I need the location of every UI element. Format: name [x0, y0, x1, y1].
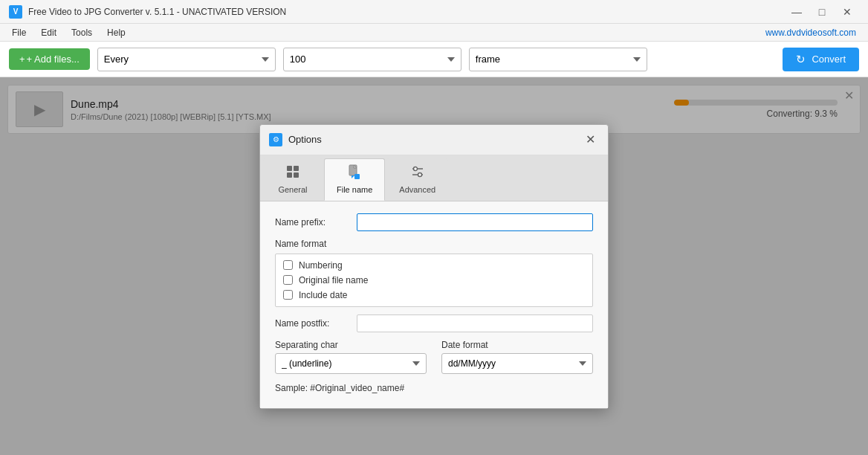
original-name-row: Original file name — [283, 275, 585, 285]
maximize-button[interactable]: □ — [810, 4, 834, 19]
options-dialog: ⚙ Options ✕ General — [259, 124, 609, 409]
name-prefix-input[interactable] — [357, 213, 593, 231]
sep-date-row: Separating char _ (underline) - (dash) .… — [275, 340, 593, 374]
dialog-app-icon: ⚙ — [269, 133, 282, 146]
svg-rect-0 — [287, 166, 292, 171]
frame-unit-select[interactable]: frame frames second minute — [469, 48, 647, 71]
dialog-content: Name prefix: Name format Numbering Origi… — [260, 201, 608, 408]
name-prefix-label: Name prefix: — [275, 217, 357, 228]
app-title: Free Video to JPG Converter v. 5.1.1 - U… — [28, 7, 286, 17]
frames-value-select[interactable]: 1 5 10 50 100 200 500 — [283, 48, 461, 71]
app-icon: V — [9, 5, 22, 19]
date-format-label: Date format — [441, 340, 593, 350]
name-postfix-row: Name postfix: — [275, 314, 593, 332]
svg-rect-1 — [294, 166, 299, 171]
name-format-label: Name format — [275, 239, 593, 249]
title-bar: V Free Video to JPG Converter v. 5.1.1 -… — [0, 0, 868, 24]
title-bar-controls: — □ ✕ — [785, 4, 859, 19]
menu-bar: File Edit Tools Help www.dvdvideosoft.co… — [0, 24, 868, 42]
minimize-button[interactable]: — — [785, 4, 809, 19]
svg-rect-5 — [354, 174, 360, 179]
general-tab-icon — [285, 164, 301, 184]
name-postfix-input[interactable] — [357, 314, 593, 332]
toolbar: + + Add files... Every Every 2nd Every 5… — [0, 42, 868, 77]
title-bar-left: V Free Video to JPG Converter v. 5.1.1 -… — [9, 5, 286, 19]
svg-rect-3 — [294, 172, 299, 178]
menu-file[interactable]: File — [6, 26, 32, 39]
include-date-checkbox[interactable] — [283, 290, 293, 300]
general-tab-label: General — [278, 185, 307, 194]
name-postfix-label: Name postfix: — [275, 318, 357, 329]
plus-icon: + — [19, 54, 25, 65]
original-name-checkbox[interactable] — [283, 275, 293, 285]
menu-help[interactable]: Help — [101, 26, 132, 39]
refresh-icon: ↻ — [796, 53, 806, 66]
dialog-title-bar: ⚙ Options ✕ — [260, 125, 608, 155]
dialog-tabs: General File name — [260, 155, 608, 201]
numbering-checkbox[interactable] — [283, 260, 293, 270]
dialog-title: Options — [288, 134, 322, 145]
advanced-tab-icon — [409, 164, 426, 184]
tab-general[interactable]: General — [263, 158, 323, 201]
svg-point-9 — [418, 172, 421, 176]
separating-char-label: Separating char — [275, 340, 427, 350]
dialog-close-button[interactable]: ✕ — [581, 131, 599, 149]
numbering-label: Numbering — [299, 260, 343, 271]
include-date-label: Include date — [299, 290, 347, 300]
separating-char-select[interactable]: _ (underline) - (dash) . (dot) (space) — [275, 353, 427, 374]
website-link[interactable]: www.dvdvideosoft.com — [765, 28, 862, 38]
dialog-title-left: ⚙ Options — [269, 133, 322, 146]
main-area: ▶ Dune.mp4 D:/Films/Dune (2021) [1080p] … — [0, 77, 868, 455]
advanced-tab-label: Advanced — [399, 185, 435, 194]
menu-tools[interactable]: Tools — [65, 26, 98, 39]
svg-rect-2 — [287, 172, 292, 178]
include-date-row: Include date — [283, 290, 585, 300]
filename-tab-icon — [346, 164, 363, 184]
date-format-select-wrapper: dd/MM/yyyy MM/dd/yyyy yyyy/MM/dd — [441, 353, 593, 374]
numbering-row: Numbering — [283, 260, 585, 271]
close-button[interactable]: ✕ — [835, 4, 859, 19]
menu-items: File Edit Tools Help — [6, 26, 132, 39]
separating-char-group: Separating char _ (underline) - (dash) .… — [275, 340, 427, 374]
name-format-box: Numbering Original file name Include dat… — [275, 254, 593, 307]
tab-advanced[interactable]: Advanced — [386, 158, 448, 201]
date-format-group: Date format dd/MM/yyyy MM/dd/yyyy yyyy/M… — [441, 340, 593, 374]
tab-filename[interactable]: File name — [324, 158, 385, 201]
every-select[interactable]: Every Every 2nd Every 5th Every 10th — [97, 48, 276, 71]
svg-point-7 — [413, 167, 417, 170]
add-files-button[interactable]: + + Add files... — [9, 48, 90, 70]
date-format-select[interactable]: dd/MM/yyyy MM/dd/yyyy yyyy/MM/dd — [441, 353, 593, 374]
name-prefix-row: Name prefix: — [275, 213, 593, 231]
filename-tab-label: File name — [337, 185, 372, 194]
convert-button[interactable]: ↻ Convert — [783, 48, 859, 71]
sample-text: Sample: #Original_video_name# — [275, 383, 593, 393]
modal-overlay: ⚙ Options ✕ General — [0, 77, 868, 455]
menu-edit[interactable]: Edit — [35, 26, 62, 39]
original-name-label: Original file name — [299, 275, 368, 285]
separating-char-select-wrapper: _ (underline) - (dash) . (dot) (space) — [275, 353, 427, 374]
